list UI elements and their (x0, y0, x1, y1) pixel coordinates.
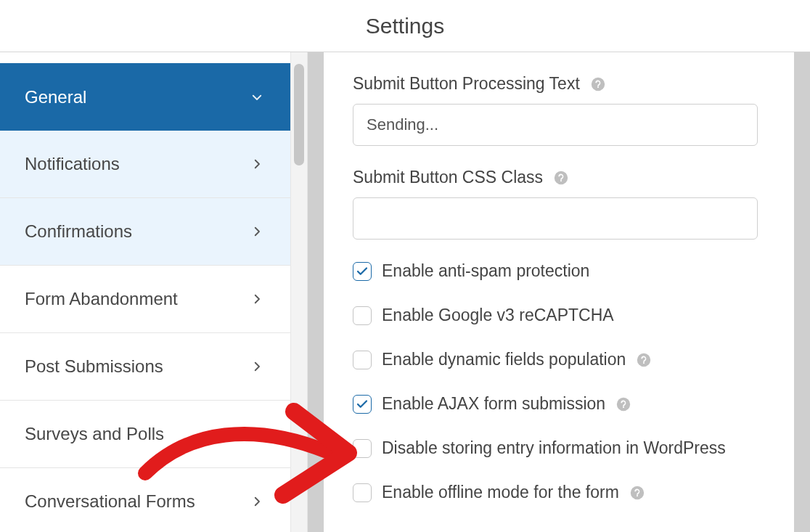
checkbox-offline-mode[interactable]: Enable offline mode for the form (353, 483, 765, 502)
chevron-right-icon (248, 493, 266, 510)
sidebar-item-label: Post Submissions (25, 356, 248, 377)
content-divider-left (308, 52, 324, 532)
settings-sidebar: General Notifications Confirmations Form… (0, 52, 290, 532)
help-icon[interactable] (590, 76, 606, 92)
chevron-right-icon (248, 290, 266, 308)
checkbox-label: Enable Google v3 reCAPTCHA (382, 306, 614, 325)
checkbox-disable-storing[interactable]: Disable storing entry information in Wor… (353, 438, 765, 458)
submit-css-class-input[interactable] (353, 197, 758, 240)
field-label: Submit Button Processing Text (353, 74, 580, 94)
checkbox-label: Disable storing entry information in Wor… (382, 438, 726, 458)
check-icon (356, 398, 369, 411)
workspace: General Notifications Confirmations Form… (0, 52, 810, 532)
sidebar-item-conversational-forms[interactable]: Conversational Forms (0, 468, 290, 532)
chevron-down-icon (248, 89, 266, 106)
checkbox-recaptcha[interactable]: Enable Google v3 reCAPTCHA (353, 306, 765, 325)
sidebar-item-label: Conversational Forms (25, 491, 248, 512)
settings-content: Submit Button Processing Text Submit But… (324, 52, 794, 532)
sidebar-item-label: Form Abandonment (25, 289, 248, 309)
settings-sidebar-wrap: General Notifications Confirmations Form… (0, 52, 308, 532)
field-label-row: Submit Button CSS Class (353, 168, 765, 187)
sidebar-nav-list: General Notifications Confirmations Form… (0, 63, 290, 532)
check-icon (356, 265, 369, 278)
content-divider-right (794, 52, 810, 532)
checkbox-label: Enable AJAX form submission (382, 394, 605, 414)
help-icon[interactable] (629, 485, 645, 501)
checkbox-ajax-submission[interactable]: Enable AJAX form submission (353, 394, 765, 414)
checkbox-input[interactable] (353, 483, 372, 502)
field-submit-css-class: Submit Button CSS Class (353, 168, 765, 240)
checkbox-label: Enable offline mode for the form (382, 483, 619, 502)
sidebar-scrollbar-track[interactable] (290, 52, 308, 532)
settings-header: Settings (0, 0, 810, 52)
sidebar-scrollbar-thumb[interactable] (294, 64, 304, 165)
field-label-row: Submit Button Processing Text (353, 74, 765, 94)
help-icon[interactable] (615, 396, 631, 412)
sidebar-item-label: Confirmations (25, 221, 248, 242)
submit-processing-text-input[interactable] (353, 104, 758, 146)
checkbox-anti-spam[interactable]: Enable anti-spam protection (353, 261, 765, 281)
sidebar-item-post-submissions[interactable]: Post Submissions (0, 333, 290, 401)
checkbox-input[interactable] (353, 351, 372, 369)
checkbox-input[interactable] (353, 262, 372, 281)
chevron-right-icon (248, 358, 266, 375)
checkbox-input[interactable] (353, 395, 372, 414)
sidebar-item-confirmations[interactable]: Confirmations (0, 198, 290, 266)
sidebar-item-label: Surveys and Polls (25, 424, 266, 444)
field-label: Submit Button CSS Class (353, 168, 543, 187)
page-title: Settings (366, 14, 444, 38)
help-icon[interactable] (553, 170, 569, 186)
sidebar-item-general[interactable]: General (0, 63, 290, 131)
sidebar-item-notifications[interactable]: Notifications (0, 131, 290, 198)
checkbox-input[interactable] (353, 306, 372, 325)
checkbox-label: Enable anti-spam protection (382, 261, 589, 281)
sidebar-item-surveys-polls[interactable]: Surveys and Polls (0, 401, 290, 468)
field-submit-processing-text: Submit Button Processing Text (353, 74, 765, 146)
checkbox-dynamic-fields[interactable]: Enable dynamic fields population (353, 350, 765, 369)
sidebar-item-label: General (25, 87, 248, 107)
sidebar-item-label: Notifications (25, 154, 248, 174)
help-icon[interactable] (636, 352, 652, 368)
checkbox-label: Enable dynamic fields population (382, 350, 626, 369)
chevron-right-icon (248, 223, 266, 240)
sidebar-item-form-abandonment[interactable]: Form Abandonment (0, 266, 290, 333)
chevron-right-icon (248, 155, 266, 173)
checkbox-input[interactable] (353, 439, 372, 458)
